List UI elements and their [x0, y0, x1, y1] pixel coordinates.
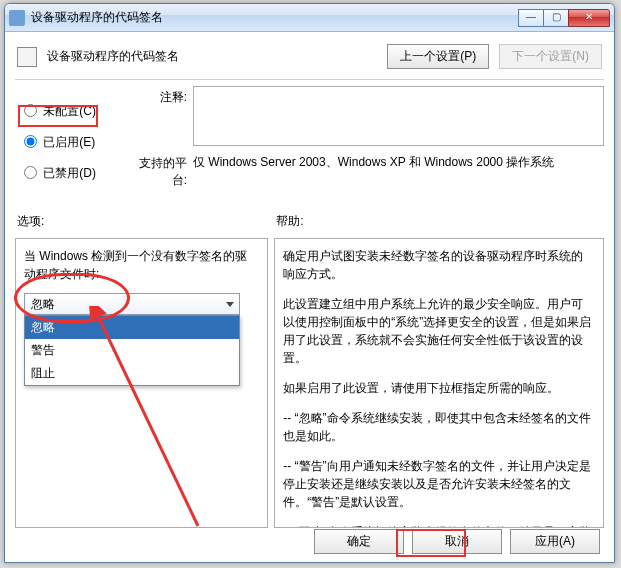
signing-combo-dropdown[interactable]: 忽略 警告 阻止 — [24, 315, 240, 386]
options-panel: 当 Windows 检测到一个没有数字签名的驱动程序文件时: 忽略 忽略 警告 … — [15, 238, 268, 528]
comment-textarea[interactable] — [193, 86, 604, 146]
help-p2: 此设置建立组中用户系统上允许的最少安全响应。用户可以使用控制面板中的“系统”选择… — [283, 295, 595, 367]
ok-button[interactable]: 确定 — [314, 529, 404, 554]
header-bar: 设备驱动程序的代码签名 上一个设置(P) 下一个设置(N) — [15, 38, 604, 80]
app-icon — [9, 10, 25, 26]
comment-label: 注释: — [127, 86, 193, 106]
policy-icon — [17, 47, 37, 67]
apply-button[interactable]: 应用(A) — [510, 529, 600, 554]
cancel-button[interactable]: 取消 — [412, 529, 502, 554]
help-p1: 确定用户试图安装未经数字签名的设备驱动程序时系统的响应方式。 — [283, 247, 595, 283]
radio-not-configured-input[interactable] — [24, 104, 37, 117]
titlebar[interactable]: 设备驱动程序的代码签名 — ▢ ✕ — [5, 4, 614, 32]
radio-disabled-label: 已禁用(D) — [43, 166, 96, 180]
radio-enabled-label: 已启用(E) — [43, 135, 95, 149]
radio-disabled[interactable]: 已禁用(D) — [19, 163, 123, 182]
radio-enabled-input[interactable] — [24, 135, 37, 148]
option-warn[interactable]: 警告 — [25, 339, 239, 362]
options-instruction: 当 Windows 检测到一个没有数字签名的驱动程序文件时: — [24, 247, 259, 283]
signing-combo[interactable]: 忽略 — [24, 293, 240, 315]
radio-not-configured[interactable]: 未配置(C) — [19, 101, 123, 120]
maximize-button[interactable]: ▢ — [543, 9, 569, 27]
policy-title: 设备驱动程序的代码签名 — [47, 48, 377, 65]
close-button[interactable]: ✕ — [568, 9, 610, 27]
state-radio-group: 未配置(C) 已启用(E) 已禁用(D) — [15, 94, 123, 194]
options-heading: 选项: — [17, 213, 268, 230]
help-p4: -- “忽略”命令系统继续安装，即使其中包含未经签名的文件也是如此。 — [283, 409, 595, 445]
next-setting-button: 下一个设置(N) — [499, 44, 602, 69]
platform-label: 支持的平台: — [127, 152, 193, 189]
option-block[interactable]: 阻止 — [25, 362, 239, 385]
help-heading: 帮助: — [276, 213, 604, 230]
option-ignore[interactable]: 忽略 — [25, 316, 239, 339]
radio-disabled-input[interactable] — [24, 166, 37, 179]
help-p5: -- “警告”向用户通知未经数字签名的文件，并让用户决定是停止安装还是继续安装以… — [283, 457, 595, 511]
dialog-window: 设备驱动程序的代码签名 — ▢ ✕ 设备驱动程序的代码签名 上一个设置(P) 下… — [4, 3, 615, 563]
window-title: 设备驱动程序的代码签名 — [31, 9, 519, 26]
help-panel: 确定用户试图安装未经数字签名的设备驱动程序时系统的响应方式。 此设置建立组中用户… — [274, 238, 604, 528]
help-p3: 如果启用了此设置，请使用下拉框指定所需的响应。 — [283, 379, 595, 397]
radio-enabled[interactable]: 已启用(E) — [19, 132, 123, 151]
previous-setting-button[interactable]: 上一个设置(P) — [387, 44, 489, 69]
radio-not-configured-label: 未配置(C) — [43, 104, 96, 118]
platform-value: 仅 Windows Server 2003、Windows XP 和 Windo… — [193, 152, 554, 171]
minimize-button[interactable]: — — [518, 9, 544, 27]
signing-combo-value: 忽略 — [31, 296, 55, 313]
help-p6: -- “阻止”命令系统拒绝安装未经签名的文件。结果是，安装将停止，而且将不安装驱… — [283, 523, 595, 528]
